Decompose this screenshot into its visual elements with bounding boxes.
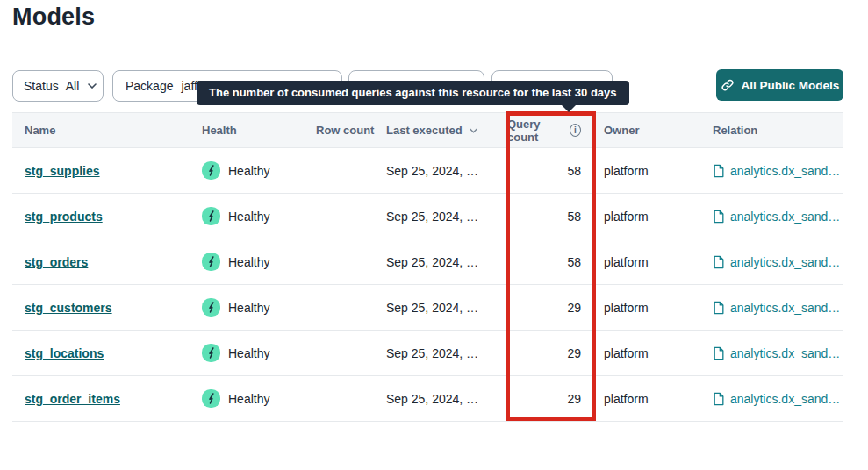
col-header-name: Name: [12, 124, 202, 137]
info-icon[interactable]: i: [570, 124, 581, 137]
query-count-cell: 58: [507, 255, 595, 269]
health-healthy-icon: [202, 207, 220, 225]
owner-cell: platform: [595, 164, 707, 178]
health-healthy-icon: [202, 389, 220, 408]
query-count-cell: 29: [507, 346, 595, 360]
last-executed-label: Last executed: [386, 124, 463, 137]
last-executed-cell: Sep 25, 2024, …: [386, 346, 507, 360]
health-label: Healthy: [228, 210, 269, 224]
page-title: Models: [12, 4, 95, 31]
document-icon: [713, 255, 725, 269]
owner-cell: platform: [595, 346, 707, 360]
health-label: Healthy: [228, 164, 269, 178]
last-executed-cell: Sep 25, 2024, …: [386, 392, 507, 406]
model-name-link[interactable]: stg_orders: [25, 255, 88, 269]
health-healthy-icon: [202, 161, 220, 180]
last-executed-cell: Sep 25, 2024, …: [386, 301, 507, 315]
table-row: stg_products Healthy Sep 25, 2024, … 58 …: [12, 194, 843, 239]
all-public-models-button[interactable]: All Public Models: [716, 69, 843, 101]
sort-chevron-icon[interactable]: [470, 128, 477, 133]
col-header-owner: Owner: [595, 124, 707, 137]
table-row: stg_orders Healthy Sep 25, 2024, … 58 pl…: [12, 239, 843, 285]
all-public-models-label: All Public Models: [742, 79, 840, 92]
model-name-link[interactable]: stg_locations: [25, 346, 104, 360]
link-icon: [721, 78, 735, 92]
last-executed-cell: Sep 25, 2024, …: [386, 210, 507, 224]
models-table: Name Health Row count Last executed Quer…: [12, 112, 843, 422]
health-label: Healthy: [228, 255, 269, 269]
table-row: stg_order_items Healthy Sep 25, 2024, … …: [12, 376, 843, 422]
query-count-label: Query count: [507, 118, 565, 144]
query-count-cell: 58: [507, 164, 595, 178]
table-header-row: Name Health Row count Last executed Quer…: [12, 113, 843, 148]
table-row: stg_supplies Healthy Sep 25, 2024, … 58 …: [12, 148, 843, 194]
relation-link[interactable]: analytics.dx_sand…: [730, 301, 840, 315]
model-name-link[interactable]: stg_supplies: [25, 164, 100, 178]
owner-cell: platform: [595, 255, 707, 269]
health-label: Healthy: [228, 392, 269, 406]
col-header-last-executed[interactable]: Last executed: [386, 124, 507, 137]
owner-cell: platform: [595, 392, 707, 406]
relation-link[interactable]: analytics.dx_sand…: [730, 346, 840, 360]
model-name-link[interactable]: stg_products: [25, 210, 103, 224]
col-header-relation: Relation: [707, 124, 843, 137]
tooltip-text: The number of consumed queries against t…: [209, 86, 617, 99]
query-count-cell: 58: [507, 210, 595, 224]
document-icon: [713, 164, 725, 178]
relation-link[interactable]: analytics.dx_sand…: [730, 392, 840, 406]
health-healthy-icon: [202, 298, 220, 317]
relation-link[interactable]: analytics.dx_sand…: [730, 210, 840, 224]
status-filter-dropdown[interactable]: Status All: [12, 70, 104, 102]
models-page: Models Status All Package jaffle_ All Pu…: [0, 0, 868, 470]
document-icon: [713, 392, 725, 406]
health-healthy-icon: [202, 344, 220, 362]
relation-link[interactable]: analytics.dx_sand…: [730, 255, 840, 269]
owner-cell: platform: [595, 301, 707, 315]
document-icon: [713, 301, 725, 315]
query-count-cell: 29: [507, 301, 595, 315]
chevron-down-icon: [88, 83, 97, 89]
health-label: Healthy: [228, 301, 269, 315]
col-header-query-count: Query count i: [507, 118, 595, 144]
health-label: Healthy: [228, 346, 269, 360]
relation-link[interactable]: analytics.dx_sand…: [730, 164, 840, 178]
last-executed-cell: Sep 25, 2024, …: [386, 255, 507, 269]
health-healthy-icon: [202, 253, 220, 271]
document-icon: [713, 346, 725, 360]
query-count-cell: 29: [507, 392, 595, 406]
status-filter-value: All: [66, 79, 80, 93]
tooltip-arrow: [562, 105, 576, 112]
model-name-link[interactable]: stg_order_items: [25, 392, 120, 406]
owner-cell: platform: [595, 210, 707, 224]
last-executed-cell: Sep 25, 2024, …: [386, 164, 507, 178]
col-header-health: Health: [202, 124, 316, 137]
table-row: stg_customers Healthy Sep 25, 2024, … 29…: [12, 285, 843, 331]
model-name-link[interactable]: stg_customers: [25, 301, 112, 315]
query-count-tooltip: The number of consumed queries against t…: [197, 81, 629, 105]
document-icon: [713, 210, 725, 224]
col-header-row-count: Row count: [316, 124, 386, 137]
table-row: stg_locations Healthy Sep 25, 2024, … 29…: [12, 331, 843, 376]
package-filter-label: Package: [126, 79, 173, 93]
status-filter-label: Status: [24, 79, 59, 93]
